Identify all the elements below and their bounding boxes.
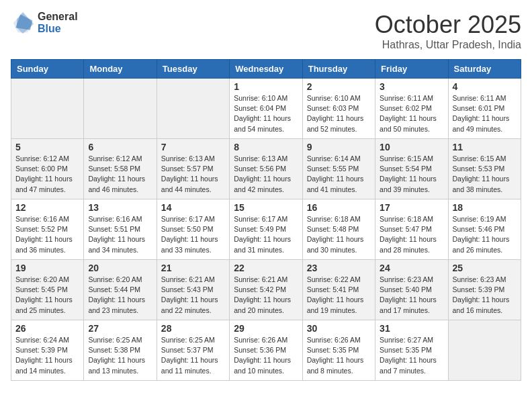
calendar-cell: 11Sunrise: 6:15 AMSunset: 5:53 PMDayligh… [448,139,521,199]
calendar-cell: 26Sunrise: 6:24 AMSunset: 5:39 PMDayligh… [11,320,84,381]
title-block: October 2025 Hathras, Uttar Pradesh, Ind… [375,11,521,51]
calendar-week-1: 1Sunrise: 6:10 AMSunset: 6:04 PMDaylight… [11,79,521,139]
logo-text: General Blue [38,11,78,34]
page-header: General Blue October 2025 Hathras, Uttar… [11,11,521,51]
cell-info: Sunrise: 6:15 AMSunset: 5:53 PMDaylight:… [453,154,517,195]
calendar-cell [448,320,521,381]
calendar-cell: 15Sunrise: 6:17 AMSunset: 5:49 PMDayligh… [230,199,302,260]
cell-day-number: 11 [453,142,517,152]
cell-day-number: 30 [307,323,371,334]
cell-info: Sunrise: 6:22 AMSunset: 5:41 PMDaylight:… [307,275,371,316]
logo-blue-text: Blue [38,23,78,35]
cell-day-number: 9 [307,142,371,152]
cell-day-number: 13 [88,202,152,213]
calendar-cell: 21Sunrise: 6:21 AMSunset: 5:43 PMDayligh… [157,260,229,320]
cell-day-number: 14 [161,202,225,213]
calendar-header: SundayMondayTuesdayWednesdayThursdayFrid… [11,60,521,79]
cell-info: Sunrise: 6:10 AMSunset: 6:04 PMDaylight:… [234,93,298,134]
cell-day-number: 29 [234,323,298,334]
cell-day-number: 6 [88,142,152,152]
cell-day-number: 25 [453,263,517,273]
cell-info: Sunrise: 6:26 AMSunset: 5:35 PMDaylight:… [307,335,371,376]
cell-day-number: 5 [15,142,79,152]
cell-day-number: 10 [380,142,443,152]
cell-info: Sunrise: 6:13 AMSunset: 5:56 PMDaylight:… [234,154,298,195]
calendar-cell: 19Sunrise: 6:20 AMSunset: 5:45 PMDayligh… [11,260,84,320]
cell-info: Sunrise: 6:12 AMSunset: 6:00 PMDaylight:… [15,154,79,195]
calendar-cell: 18Sunrise: 6:19 AMSunset: 5:46 PMDayligh… [448,199,521,260]
calendar-cell [157,79,229,139]
cell-info: Sunrise: 6:11 AMSunset: 6:01 PMDaylight:… [453,93,517,134]
calendar-week-4: 19Sunrise: 6:20 AMSunset: 5:45 PMDayligh… [11,260,521,320]
cell-info: Sunrise: 6:18 AMSunset: 5:48 PMDaylight:… [307,214,371,255]
calendar-cell: 25Sunrise: 6:23 AMSunset: 5:39 PMDayligh… [448,260,521,320]
cell-info: Sunrise: 6:16 AMSunset: 5:52 PMDaylight:… [15,214,79,255]
cell-day-number: 19 [15,263,79,273]
calendar-cell: 30Sunrise: 6:26 AMSunset: 5:35 PMDayligh… [302,320,375,381]
calendar-cell: 17Sunrise: 6:18 AMSunset: 5:47 PMDayligh… [375,199,448,260]
weekday-header-wednesday: Wednesday [230,60,302,79]
cell-day-number: 21 [161,263,225,273]
calendar-cell [11,79,84,139]
weekday-row: SundayMondayTuesdayWednesdayThursdayFrid… [11,60,521,79]
calendar-cell: 23Sunrise: 6:22 AMSunset: 5:41 PMDayligh… [302,260,375,320]
calendar-week-2: 5Sunrise: 6:12 AMSunset: 6:00 PMDaylight… [11,139,521,199]
cell-day-number: 15 [234,202,298,213]
cell-info: Sunrise: 6:19 AMSunset: 5:46 PMDaylight:… [453,214,517,255]
calendar-cell: 28Sunrise: 6:25 AMSunset: 5:37 PMDayligh… [157,320,229,381]
calendar-cell: 6Sunrise: 6:12 AMSunset: 5:58 PMDaylight… [84,139,157,199]
logo-general-text: General [38,11,78,23]
cell-day-number: 4 [453,81,517,92]
cell-info: Sunrise: 6:21 AMSunset: 5:42 PMDaylight:… [234,275,298,316]
weekday-header-saturday: Saturday [448,60,521,79]
cell-info: Sunrise: 6:23 AMSunset: 5:40 PMDaylight:… [380,275,443,316]
calendar-cell: 2Sunrise: 6:10 AMSunset: 6:03 PMDaylight… [302,79,375,139]
calendar-cell: 3Sunrise: 6:11 AMSunset: 6:02 PMDaylight… [375,79,448,139]
calendar-cell: 4Sunrise: 6:11 AMSunset: 6:01 PMDaylight… [448,79,521,139]
calendar-cell [84,79,157,139]
cell-info: Sunrise: 6:25 AMSunset: 5:38 PMDaylight:… [88,335,152,376]
cell-info: Sunrise: 6:20 AMSunset: 5:44 PMDaylight:… [88,275,152,316]
cell-info: Sunrise: 6:15 AMSunset: 5:54 PMDaylight:… [380,154,443,195]
cell-day-number: 3 [380,81,443,92]
month-title: October 2025 [375,11,521,39]
cell-info: Sunrise: 6:24 AMSunset: 5:39 PMDaylight:… [15,335,79,376]
cell-info: Sunrise: 6:10 AMSunset: 6:03 PMDaylight:… [307,93,371,134]
calendar-cell: 14Sunrise: 6:17 AMSunset: 5:50 PMDayligh… [157,199,229,260]
calendar-cell: 16Sunrise: 6:18 AMSunset: 5:48 PMDayligh… [302,199,375,260]
cell-day-number: 18 [453,202,517,213]
weekday-header-monday: Monday [84,60,157,79]
calendar-week-3: 12Sunrise: 6:16 AMSunset: 5:52 PMDayligh… [11,199,521,260]
cell-day-number: 24 [380,263,443,273]
cell-day-number: 22 [234,263,298,273]
cell-info: Sunrise: 6:25 AMSunset: 5:37 PMDaylight:… [161,335,225,376]
cell-info: Sunrise: 6:20 AMSunset: 5:45 PMDaylight:… [15,275,79,316]
cell-info: Sunrise: 6:12 AMSunset: 5:58 PMDaylight:… [88,154,152,195]
calendar-cell: 12Sunrise: 6:16 AMSunset: 5:52 PMDayligh… [11,199,84,260]
calendar-cell: 7Sunrise: 6:13 AMSunset: 5:57 PMDaylight… [157,139,229,199]
cell-info: Sunrise: 6:21 AMSunset: 5:43 PMDaylight:… [161,275,225,316]
calendar-cell: 9Sunrise: 6:14 AMSunset: 5:55 PMDaylight… [302,139,375,199]
cell-day-number: 20 [88,263,152,273]
calendar-cell: 1Sunrise: 6:10 AMSunset: 6:04 PMDaylight… [230,79,302,139]
calendar-cell: 24Sunrise: 6:23 AMSunset: 5:40 PMDayligh… [375,260,448,320]
cell-day-number: 1 [234,81,298,92]
calendar-cell: 31Sunrise: 6:27 AMSunset: 5:35 PMDayligh… [375,320,448,381]
weekday-header-tuesday: Tuesday [157,60,229,79]
cell-day-number: 8 [234,142,298,152]
cell-day-number: 28 [161,323,225,334]
calendar-table: SundayMondayTuesdayWednesdayThursdayFrid… [11,59,521,381]
cell-day-number: 27 [88,323,152,334]
cell-info: Sunrise: 6:11 AMSunset: 6:02 PMDaylight:… [380,93,443,134]
cell-info: Sunrise: 6:16 AMSunset: 5:51 PMDaylight:… [88,214,152,255]
cell-day-number: 26 [15,323,79,334]
cell-day-number: 2 [307,81,371,92]
weekday-header-friday: Friday [375,60,448,79]
cell-info: Sunrise: 6:27 AMSunset: 5:35 PMDaylight:… [380,335,443,376]
calendar-cell: 20Sunrise: 6:20 AMSunset: 5:44 PMDayligh… [84,260,157,320]
weekday-header-sunday: Sunday [11,60,84,79]
calendar-cell: 22Sunrise: 6:21 AMSunset: 5:42 PMDayligh… [230,260,302,320]
svg-marker-2 [15,14,32,30]
calendar-cell: 5Sunrise: 6:12 AMSunset: 6:00 PMDaylight… [11,139,84,199]
cell-info: Sunrise: 6:23 AMSunset: 5:39 PMDaylight:… [453,275,517,316]
